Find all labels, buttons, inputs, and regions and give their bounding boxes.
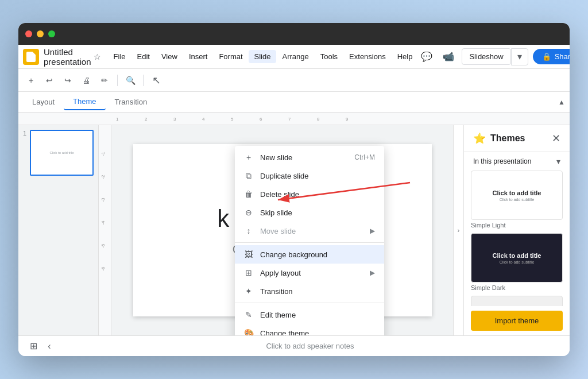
- theme-preview-gray[interactable]: Click to add title Click to add subtitle: [471, 296, 563, 306]
- menu-skip-slide[interactable]: ⊖ Skip slide: [235, 203, 384, 222]
- skip-slide-icon: ⊖: [244, 208, 253, 217]
- panel-toggle[interactable]: ›: [453, 125, 463, 335]
- themes-icon: ⭐: [473, 132, 486, 145]
- redo-button[interactable]: ↪: [60, 72, 76, 88]
- theme-light-subtitle: Click to add subtitle: [500, 198, 535, 202]
- menu-format[interactable]: Format: [213, 50, 248, 63]
- apply-layout-label: Apply layout: [260, 269, 301, 277]
- slideshow-label: Slideshow: [469, 52, 503, 61]
- menu-edit[interactable]: Edit: [131, 50, 156, 63]
- slide-menu[interactable]: + New slide Ctrl+M ⧉ Duplicate slide 🗑 D…: [235, 146, 384, 335]
- menu-edit-theme[interactable]: ✎ Edit theme: [235, 305, 384, 324]
- svg-text:9: 9: [346, 117, 349, 122]
- print-button[interactable]: 🖨: [78, 72, 94, 88]
- canvas-section: -1 -2 -3 -4 -5 -6 k to add title Click t…: [99, 125, 463, 335]
- menu-change-theme[interactable]: 🎨 Change theme: [235, 324, 384, 335]
- theme-light-name: Simple Light: [471, 222, 563, 229]
- menu-transition[interactable]: ✦ Transition: [235, 282, 384, 300]
- toolbar-right: 💬 📹 Slideshow ▾ 🔒 Share N: [418, 48, 570, 65]
- menu-help[interactable]: Help: [392, 50, 419, 63]
- change-bg-icon: 🖼: [244, 250, 253, 259]
- star-icon[interactable]: ☆: [94, 52, 101, 61]
- delete-slide-label: Delete slide: [260, 190, 299, 199]
- menu-slide[interactable]: Slide: [249, 50, 277, 63]
- themes-section-label: In this presentation: [473, 157, 531, 165]
- menu-duplicate-slide[interactable]: ⧉ Duplicate slide: [235, 167, 384, 185]
- menu-bar: Untitled presentation ☆ File Edit View I…: [18, 45, 570, 69]
- svg-text:1: 1: [116, 117, 119, 122]
- apply-layout-icon: ⊞: [244, 268, 253, 277]
- ruler-horizontal: 1 2 3 4 5 6 7 8 9: [18, 113, 570, 125]
- slideshow-button[interactable]: Slideshow: [462, 48, 510, 65]
- canvas-area[interactable]: k to add title Click to add subtitle + N…: [111, 125, 453, 335]
- move-slide-icon: ↕: [244, 226, 253, 235]
- menu-new-slide[interactable]: + New slide Ctrl+M: [235, 148, 384, 167]
- new-slide-icon: +: [244, 153, 253, 162]
- change-background-label: Change background: [260, 250, 327, 259]
- svg-text:7: 7: [288, 117, 291, 122]
- menu-insert[interactable]: Insert: [183, 50, 214, 63]
- svg-text:-3: -3: [100, 198, 106, 202]
- themes-list: Click to add title Click to add subtitle…: [464, 171, 570, 306]
- cursor-button[interactable]: ↖: [148, 72, 164, 88]
- undo-button[interactable]: ↩: [41, 72, 57, 88]
- thumbnail-title: Click to add title: [49, 150, 74, 155]
- slide-number: 1: [23, 130, 26, 137]
- themes-expand-icon[interactable]: ▾: [556, 157, 560, 166]
- slideshow-dropdown-icon[interactable]: ▾: [511, 48, 528, 65]
- theme-preview-simple-dark[interactable]: Click to add title Click to add subtitle: [471, 233, 563, 283]
- close-button[interactable]: [25, 30, 32, 37]
- tab-layout[interactable]: Layout: [23, 94, 64, 110]
- theme-dark-title: Click to add title: [493, 252, 541, 259]
- menu-file[interactable]: File: [108, 50, 131, 63]
- share-label: Share: [555, 52, 570, 61]
- speaker-notes-placeholder: Click to add speaker notes: [266, 342, 354, 350]
- import-theme-button[interactable]: Import theme: [471, 311, 563, 331]
- menu-tools[interactable]: Tools: [315, 50, 343, 63]
- tab-theme[interactable]: Theme: [64, 94, 105, 110]
- bottom-bar: ⊞ ‹ Click to add speaker notes: [18, 335, 570, 356]
- speaker-notes-bar[interactable]: Click to add speaker notes: [57, 342, 563, 350]
- grid-view-button[interactable]: ⊞: [25, 338, 41, 354]
- menu-divider-1: [235, 242, 384, 243]
- menu-extensions[interactable]: Extensions: [343, 50, 392, 63]
- theme-preview-simple-light[interactable]: Click to add title Click to add subtitle: [471, 171, 563, 220]
- duplicate-slide-icon: ⧉: [244, 171, 253, 180]
- main-area: 1 Click to add title -1 -2 -3 -4 -5 -6: [18, 125, 570, 335]
- tabs-collapse-icon[interactable]: ▲: [558, 98, 565, 106]
- panel-toggle-icon: ›: [458, 227, 459, 234]
- theme-item-simple-dark: Click to add title Click to add subtitle…: [471, 233, 563, 291]
- minimize-button[interactable]: [37, 30, 44, 37]
- zoom-button[interactable]: 🔍: [122, 72, 138, 88]
- meet-icon[interactable]: 📹: [440, 48, 457, 65]
- svg-text:-4: -4: [100, 221, 106, 225]
- app-window: Untitled presentation ☆ File Edit View I…: [18, 23, 570, 356]
- tab-transition[interactable]: Transition: [106, 94, 157, 110]
- svg-text:4: 4: [202, 117, 205, 122]
- themes-close-button[interactable]: ✕: [552, 132, 560, 145]
- toolbar: + ↩ ↪ 🖨 ✏ 🔍 ↖: [18, 69, 570, 92]
- svg-text:-6: -6: [100, 266, 106, 271]
- menu-apply-layout[interactable]: ⊞ Apply layout ▶: [235, 264, 384, 282]
- comment-icon[interactable]: 💬: [418, 48, 435, 65]
- toolbar-divider-1: [117, 75, 118, 86]
- svg-text:8: 8: [317, 117, 320, 122]
- add-button[interactable]: +: [23, 72, 39, 88]
- paint-button[interactable]: ✏: [96, 72, 113, 88]
- document-title[interactable]: Untitled presentation: [44, 47, 91, 67]
- slide-thumbnail[interactable]: Click to add title: [30, 130, 94, 176]
- themes-section: In this presentation ▾: [464, 152, 570, 171]
- menu-view[interactable]: View: [156, 50, 183, 63]
- move-slide-arrow: ▶: [370, 227, 375, 235]
- maximize-button[interactable]: [48, 30, 55, 37]
- sidebar-toggle-button[interactable]: ‹: [41, 338, 57, 354]
- theme-item-gray: Click to add title Click to add subtitle: [471, 296, 563, 306]
- share-button[interactable]: 🔒 Share: [533, 49, 570, 64]
- app-icon: [23, 49, 39, 65]
- menu-change-background[interactable]: 🖼 Change background: [235, 245, 384, 264]
- title-bar: [18, 23, 570, 45]
- svg-text:6: 6: [260, 117, 262, 122]
- slide-panel: 1 Click to add title: [18, 125, 99, 335]
- menu-delete-slide[interactable]: 🗑 Delete slide: [235, 185, 384, 203]
- menu-arrange[interactable]: Arrange: [276, 50, 314, 63]
